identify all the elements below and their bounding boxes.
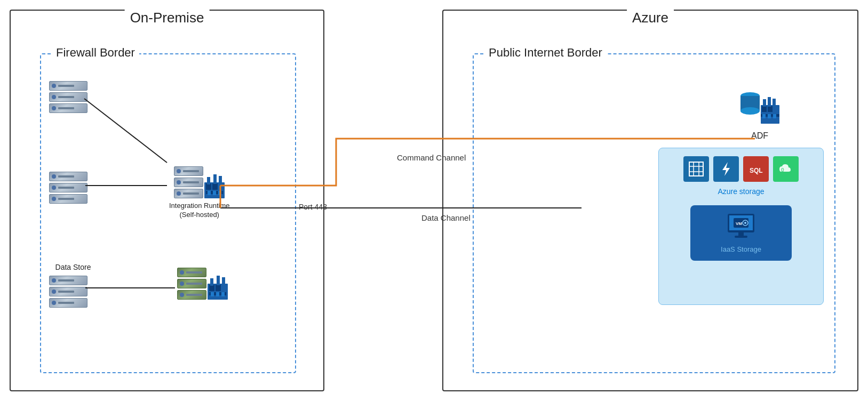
svg-rect-2 <box>212 183 218 190</box>
adf-label: ADF <box>751 131 768 141</box>
azure-storage-label: Azure storage <box>718 187 764 196</box>
svg-rect-3 <box>207 177 210 184</box>
event-hub-icon <box>713 156 739 182</box>
sql-icon: SQL <box>743 156 769 182</box>
svg-rect-25 <box>768 106 773 112</box>
public-internet-border-box: Public Internet Border <box>473 53 835 373</box>
svg-rect-15 <box>222 277 225 285</box>
server-stack-1 <box>49 81 87 113</box>
server-unit <box>49 194 87 204</box>
svg-rect-28 <box>773 99 776 106</box>
svg-rect-12 <box>216 285 221 291</box>
server-unit <box>49 276 87 285</box>
svg-rect-31 <box>768 114 771 118</box>
integration-runtime-2-group <box>177 268 228 300</box>
factory-mini-icon <box>204 172 225 198</box>
integration-runtime-label: Integration Runtime (Self-hosted) <box>169 202 229 220</box>
server-stack-3 <box>49 276 87 308</box>
integration-runtime-1-group: Integration Runtime (Self-hosted) <box>169 166 229 220</box>
svg-point-22 <box>740 107 760 115</box>
svg-rect-17 <box>211 292 214 296</box>
server-unit <box>177 279 206 288</box>
svg-rect-19 <box>221 292 225 296</box>
azure-box: Azure Public Internet Border <box>442 10 858 391</box>
svg-rect-8 <box>213 191 216 195</box>
data-store-label: Data Store <box>41 262 105 272</box>
server-unit <box>174 178 203 187</box>
datastore-2-group <box>49 172 87 204</box>
on-premise-label: On-Premise <box>125 10 210 26</box>
factory-mini-icon-2 <box>208 273 228 300</box>
server-unit <box>49 172 87 181</box>
firewall-border-box: Firewall Border Data Store <box>40 53 296 373</box>
svg-rect-24 <box>762 106 767 112</box>
storage-icons-row: SQL {} <box>683 156 799 182</box>
svg-rect-13 <box>210 278 213 286</box>
datastore-3-group <box>49 276 87 308</box>
svg-text:{}: {} <box>781 167 784 172</box>
server-unit <box>49 103 87 113</box>
svg-rect-18 <box>216 292 219 296</box>
firewall-border-label: Firewall Border <box>52 46 139 60</box>
table-storage-icon <box>683 156 709 182</box>
on-premise-box: On-Premise Firewall Border <box>10 10 324 391</box>
svg-rect-30 <box>762 114 766 118</box>
server-unit <box>49 81 87 91</box>
command-channel-label: Command Channel <box>397 153 466 162</box>
data-channel-label: Data Channel <box>421 213 471 222</box>
server-unit <box>177 290 206 300</box>
svg-rect-5 <box>219 176 222 184</box>
json-cloud-icon: {} <box>773 156 799 182</box>
ir-combined-icon-2 <box>177 268 228 300</box>
server-unit <box>174 166 203 176</box>
svg-rect-4 <box>213 174 217 184</box>
svg-text:SQL: SQL <box>750 167 763 174</box>
svg-rect-33 <box>689 162 703 176</box>
server-unit <box>49 92 87 102</box>
diagram-container: On-Premise Firewall Border <box>0 0 868 402</box>
iaas-storage-label: IaaS Storage <box>721 245 761 253</box>
adf-group: ADF <box>738 86 781 141</box>
server-unit <box>177 268 206 277</box>
ir-server-icon <box>174 166 203 198</box>
port-443-label: Port 443 <box>299 203 327 211</box>
adf-icon <box>738 86 781 129</box>
server-unit <box>49 298 87 308</box>
svg-text:VM: VM <box>736 221 742 226</box>
server-unit <box>174 189 203 198</box>
svg-rect-26 <box>763 99 766 107</box>
azure-storage-box: SQL {} Azure storage <box>658 148 824 305</box>
svg-point-46 <box>744 222 746 224</box>
datastore-1-group <box>49 81 87 113</box>
svg-rect-9 <box>218 191 221 195</box>
ir2-server-icon <box>177 268 206 300</box>
svg-rect-14 <box>217 276 220 285</box>
svg-rect-47 <box>738 232 744 236</box>
svg-rect-48 <box>735 236 747 238</box>
server-unit <box>49 183 87 192</box>
svg-marker-38 <box>722 162 730 176</box>
server-stack-2 <box>49 172 87 204</box>
svg-rect-32 <box>773 114 776 118</box>
iaas-storage-icon: VM <box>725 213 757 242</box>
iaas-storage-box: VM IaaS Storage <box>690 205 792 261</box>
server-unit <box>49 287 87 296</box>
svg-rect-27 <box>768 97 771 107</box>
svg-rect-7 <box>208 191 211 195</box>
public-internet-border-label: Public Internet Border <box>484 46 607 60</box>
azure-label: Azure <box>627 10 674 26</box>
ir-combined-icon <box>174 166 225 198</box>
